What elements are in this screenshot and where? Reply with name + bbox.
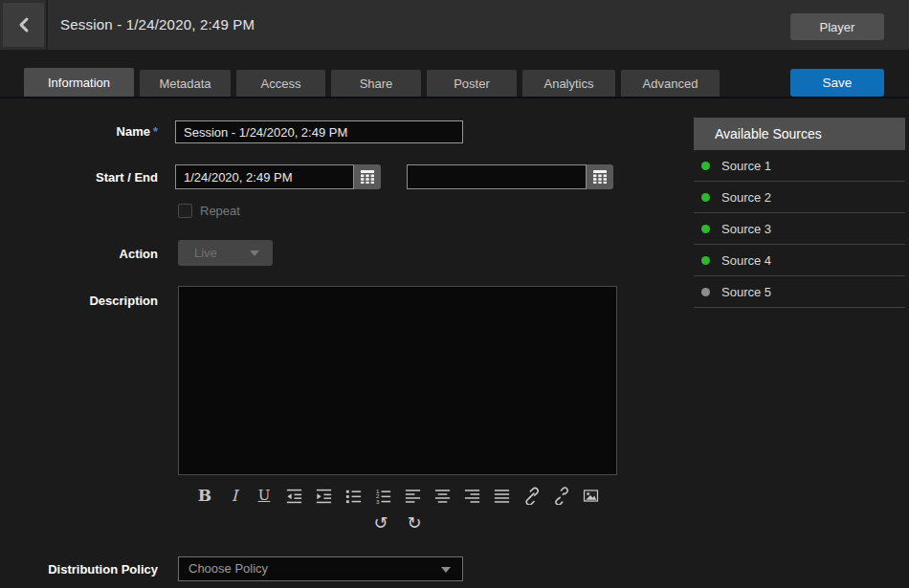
- header-divider: [46, 0, 48, 50]
- required-asterisk: *: [153, 124, 158, 139]
- link-icon: [522, 487, 541, 505]
- action-select: Live: [178, 240, 273, 266]
- image-icon: [582, 487, 600, 505]
- tab-information[interactable]: Information: [24, 68, 134, 97]
- repeat-checkbox[interactable]: [178, 204, 192, 218]
- outdent-icon: [285, 487, 303, 505]
- end-calendar-button[interactable]: [587, 164, 613, 189]
- unlink-icon: [552, 487, 570, 505]
- chevron-down-icon: [441, 567, 451, 573]
- link-button[interactable]: [521, 484, 542, 507]
- numbered-list-icon: 1 2 3: [374, 487, 392, 505]
- source-row-4[interactable]: Source 4: [694, 245, 905, 276]
- underline-button[interactable]: U: [255, 484, 275, 507]
- bold-button[interactable]: B: [195, 484, 215, 507]
- header-bar: Session - 1/24/2020, 2:49 PM Player: [0, 0, 909, 50]
- tab-bar: Information Metadata Access Share Poster…: [24, 70, 720, 97]
- tab-advanced[interactable]: Advanced: [621, 70, 720, 97]
- source-label: Source 5: [721, 285, 771, 299]
- source-status-dot: [701, 162, 710, 170]
- source-label: Source 1: [721, 159, 771, 173]
- calendar-icon: [592, 169, 608, 185]
- tab-share[interactable]: Share: [331, 70, 421, 97]
- description-textarea[interactable]: [178, 286, 617, 475]
- save-button[interactable]: Save: [790, 69, 884, 97]
- source-label: Source 4: [721, 253, 771, 268]
- source-row-3[interactable]: Source 3: [694, 213, 905, 245]
- distribution-policy-value: Choose Policy: [188, 561, 268, 576]
- start-date-input[interactable]: [175, 164, 354, 189]
- align-center-button[interactable]: [432, 484, 453, 507]
- align-left-button[interactable]: [403, 484, 423, 507]
- svg-text:3: 3: [375, 497, 379, 504]
- action-value: Live: [194, 246, 217, 260]
- align-left-icon: [404, 487, 422, 505]
- source-status-dot: [701, 288, 710, 296]
- name-input[interactable]: [175, 120, 463, 143]
- justify-button[interactable]: [492, 484, 512, 507]
- action-label: Action: [0, 247, 158, 261]
- source-status-dot: [701, 256, 710, 265]
- source-label: Source 2: [721, 190, 771, 205]
- start-end-label: Start / End: [0, 170, 158, 185]
- back-button[interactable]: [3, 3, 44, 47]
- tab-poster[interactable]: Poster: [427, 70, 517, 97]
- source-label: Source 3: [721, 222, 771, 236]
- distribution-policy-select[interactable]: Choose Policy: [178, 556, 463, 581]
- end-date-input[interactable]: [407, 164, 587, 189]
- tab-metadata[interactable]: Metadata: [140, 70, 231, 97]
- redo-button[interactable]: ↻: [405, 511, 425, 534]
- undo-redo-toolbar: ↺ ↻: [178, 511, 617, 534]
- bullet-list-icon: [344, 487, 363, 505]
- rich-text-toolbar: B I U: [178, 484, 617, 507]
- insert-image-button[interactable]: [581, 484, 601, 507]
- start-calendar-button[interactable]: [354, 164, 381, 189]
- indent-icon: [315, 487, 333, 505]
- undo-button[interactable]: ↺: [371, 511, 391, 534]
- unlink-button[interactable]: [551, 484, 571, 507]
- source-row-5[interactable]: Source 5: [694, 276, 905, 308]
- name-label: Name*: [0, 124, 158, 139]
- source-row-2[interactable]: Source 2: [694, 182, 905, 213]
- repeat-label: Repeat: [200, 204, 240, 218]
- italic-button[interactable]: I: [225, 484, 245, 507]
- chevron-left-icon: [16, 16, 32, 33]
- justify-icon: [493, 487, 511, 505]
- numbered-list-button[interactable]: 1 2 3: [373, 484, 393, 507]
- outdent-button[interactable]: [284, 484, 304, 507]
- bullet-list-button[interactable]: [344, 484, 364, 507]
- indent-button[interactable]: [314, 484, 334, 507]
- chevron-down-icon: [250, 250, 259, 256]
- source-status-dot: [701, 225, 710, 233]
- page-title: Session - 1/24/2020, 2:49 PM: [60, 0, 255, 50]
- available-sources-panel: Available Sources Source 1 Source 2 Sour…: [694, 118, 905, 308]
- calendar-icon: [360, 169, 375, 185]
- align-right-icon: [463, 487, 481, 505]
- player-button[interactable]: Player: [790, 13, 884, 40]
- source-row-1[interactable]: Source 1: [694, 150, 905, 182]
- description-label: Description: [0, 294, 158, 308]
- distribution-policy-label: Distribution Policy: [0, 562, 158, 577]
- align-right-button[interactable]: [462, 484, 482, 507]
- available-sources-header: Available Sources: [694, 118, 905, 150]
- align-center-icon: [433, 487, 452, 505]
- tab-underline: [0, 97, 909, 98]
- source-status-dot: [701, 193, 710, 202]
- tab-access[interactable]: Access: [236, 70, 325, 97]
- tab-analytics[interactable]: Analytics: [522, 70, 615, 97]
